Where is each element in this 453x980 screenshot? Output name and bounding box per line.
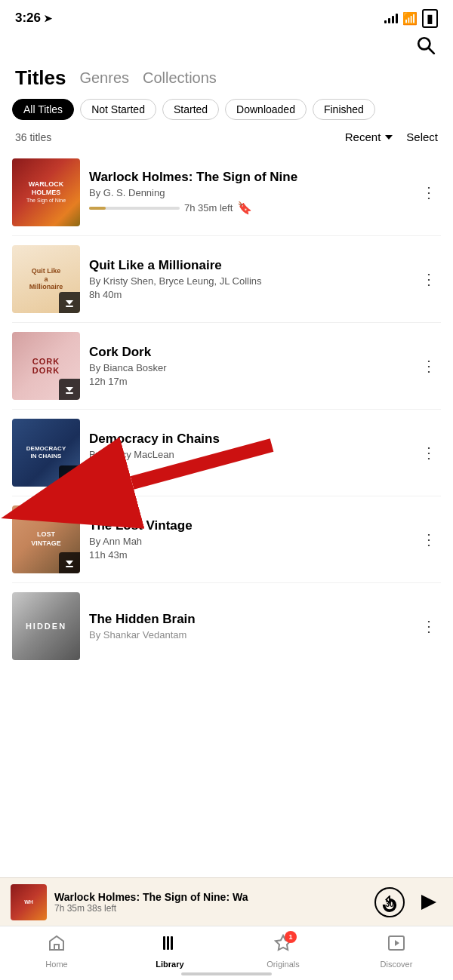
book-list: WARLOCKHOLMESThe Sign of Nine Warlock Ho… xyxy=(0,149,453,669)
svg-rect-8 xyxy=(66,479,73,481)
download-badge xyxy=(59,552,80,573)
library-label: Library xyxy=(156,960,183,969)
search-top xyxy=(0,33,453,63)
battery-icon: ▮ xyxy=(422,9,438,28)
book-title: Democracy in Chains xyxy=(89,432,408,447)
list-item[interactable]: Quit LikeaMillionaire Quit Like a Millio… xyxy=(12,236,441,323)
more-button[interactable]: ⋮ xyxy=(417,441,441,465)
cover-text: CORKDORK xyxy=(32,357,60,375)
library-svg xyxy=(161,934,179,952)
search-button[interactable] xyxy=(414,33,438,57)
status-icons: 📶 ▮ xyxy=(384,9,438,28)
np-cover-text: WH xyxy=(24,899,33,905)
location-icon: ➤ xyxy=(44,13,52,24)
svg-marker-7 xyxy=(66,474,73,478)
book-duration: 8h 40m xyxy=(89,289,408,300)
list-item[interactable]: CORKDORK Cork Dork By Bianca Bosker 12h … xyxy=(12,323,441,410)
now-playing-title: Warlock Holmes: The Sign of Nine: Wa xyxy=(54,891,367,903)
originals-label: Originals xyxy=(267,960,299,969)
svg-rect-14 xyxy=(163,936,165,950)
book-author: By Bianca Bosker xyxy=(89,362,408,373)
more-button[interactable]: ⋮ xyxy=(417,354,441,378)
progress-fill xyxy=(89,207,106,210)
nav-originals[interactable]: 1 Originals xyxy=(260,934,306,969)
home-label: Home xyxy=(45,960,67,969)
play-button[interactable] xyxy=(415,889,442,916)
svg-rect-15 xyxy=(167,936,169,950)
replay-seconds: 30 xyxy=(385,900,393,908)
svg-rect-10 xyxy=(66,566,73,567)
pill-not-started[interactable]: Not Started xyxy=(80,99,156,120)
status-time: 3:26 ➤ xyxy=(15,11,52,26)
library-icon xyxy=(161,934,179,957)
tab-titles[interactable]: Titles xyxy=(15,66,66,90)
book-cover: Quit LikeaMillionaire xyxy=(12,245,80,313)
signal-icon xyxy=(384,13,398,23)
cover-text: LOSTVINTAGE xyxy=(31,530,60,548)
download-badge xyxy=(59,379,80,400)
book-cover: WARLOCKHOLMESThe Sign of Nine xyxy=(12,158,80,226)
sort-button[interactable]: Recent xyxy=(345,131,395,143)
book-author: By G. S. Denning xyxy=(89,187,408,198)
book-title: The Hidden Brain xyxy=(89,612,408,627)
nav-discover[interactable]: Discover xyxy=(374,934,419,969)
nav-library[interactable]: Library xyxy=(147,934,193,969)
book-title: Quit Like a Millionaire xyxy=(89,258,408,273)
chevron-down-icon xyxy=(384,132,394,143)
pill-finished[interactable]: Finished xyxy=(313,99,375,120)
select-button[interactable]: Select xyxy=(406,131,438,143)
svg-rect-13 xyxy=(54,945,59,950)
download-badge xyxy=(59,292,80,313)
sort-label: Recent xyxy=(345,131,381,143)
play-icon xyxy=(421,895,436,910)
book-info: The Lost Vintage By Ann Mah 11h 43m xyxy=(89,518,408,561)
more-button[interactable]: ⋮ xyxy=(417,267,441,291)
svg-marker-5 xyxy=(66,387,73,392)
download-badge xyxy=(59,465,80,487)
tab-collections[interactable]: Collections xyxy=(143,69,217,87)
list-item[interactable]: DEMOCRACYIN CHAINS Democracy in Chains B… xyxy=(12,410,441,496)
list-header: 36 titles Recent Select xyxy=(0,129,453,149)
tab-genres[interactable]: Genres xyxy=(79,69,129,87)
book-duration: 11h 43m xyxy=(89,549,408,561)
svg-marker-9 xyxy=(66,561,73,565)
more-button[interactable]: ⋮ xyxy=(417,614,441,638)
pill-downloaded[interactable]: Downloaded xyxy=(225,99,307,120)
list-item[interactable]: LOSTVINTAGE The Lost Vintage By Ann Mah … xyxy=(12,496,441,583)
book-cover: CORKDORK xyxy=(12,332,80,400)
book-title: The Lost Vintage xyxy=(89,518,408,533)
pill-started[interactable]: Started xyxy=(162,99,219,120)
book-info: Warlock Holmes: The Sign of Nine By G. S… xyxy=(89,170,408,215)
list-item[interactable]: HIDDEN The Hidden Brain By Shankar Vedan… xyxy=(12,583,441,669)
book-title: Cork Dork xyxy=(89,345,408,360)
filter-pills: All Titles Not Started Started Downloade… xyxy=(0,99,453,129)
discover-icon xyxy=(387,934,405,957)
progress-bar xyxy=(89,207,180,210)
nav-home[interactable]: Home xyxy=(34,934,79,969)
home-indicator xyxy=(181,972,272,975)
book-info: Cork Dork By Bianca Bosker 12h 17m xyxy=(89,345,408,387)
replay-button[interactable]: 30 xyxy=(374,887,405,917)
now-playing-time: 7h 35m 38s left xyxy=(54,903,367,914)
cover-text: HIDDEN xyxy=(26,622,66,631)
list-item[interactable]: WARLOCKHOLMESThe Sign of Nine Warlock Ho… xyxy=(12,149,441,236)
book-duration: 10h 53m xyxy=(89,462,408,474)
cover-text: Quit LikeaMillionaire xyxy=(29,267,63,291)
more-button[interactable]: ⋮ xyxy=(417,180,441,204)
book-author: By Nancy MacLean xyxy=(89,449,408,460)
duration-text: 7h 35m left xyxy=(184,202,233,214)
book-cover: DEMOCRACYIN CHAINS xyxy=(12,419,80,487)
home-icon xyxy=(48,934,66,957)
more-button[interactable]: ⋮ xyxy=(417,527,441,551)
discover-label: Discover xyxy=(381,960,413,969)
svg-marker-2 xyxy=(385,135,393,140)
book-title: Warlock Holmes: The Sign of Nine xyxy=(89,170,408,185)
svg-rect-4 xyxy=(66,306,73,307)
now-playing-bar: WH Warlock Holmes: The Sign of Nine: Wa … xyxy=(0,877,453,926)
book-author: By Shankar Vedantam xyxy=(89,629,408,641)
svg-line-1 xyxy=(429,48,434,54)
pill-all-titles[interactable]: All Titles xyxy=(12,99,74,120)
titles-count: 36 titles xyxy=(15,131,51,143)
discover-svg xyxy=(387,934,405,952)
svg-marker-3 xyxy=(66,300,73,305)
